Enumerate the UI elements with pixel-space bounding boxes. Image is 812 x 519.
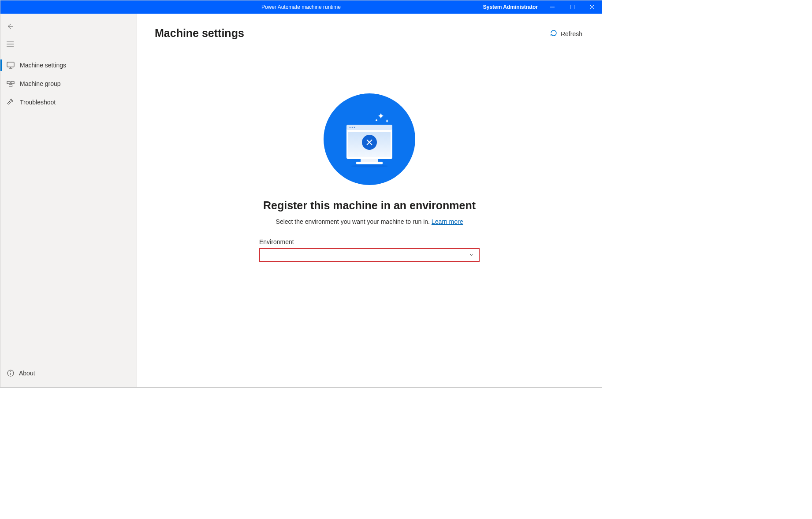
sidebar-item-machine-settings[interactable]: Machine settings: [0, 56, 137, 74]
monitor-icon: [7, 61, 15, 69]
svg-rect-11: [11, 82, 14, 84]
svg-point-19: [350, 127, 351, 128]
hero-illustration: [324, 93, 415, 185]
refresh-label: Refresh: [561, 30, 582, 37]
sidebar-item-label: Machine group: [20, 80, 61, 87]
group-icon: [7, 80, 15, 88]
refresh-button[interactable]: Refresh: [548, 27, 584, 41]
environment-dropdown[interactable]: [259, 248, 480, 262]
maximize-button[interactable]: [562, 0, 582, 14]
svg-point-29: [351, 165, 388, 167]
about-button[interactable]: About: [0, 365, 137, 381]
minimize-button[interactable]: [542, 0, 562, 14]
sidebar-item-machine-group[interactable]: Machine group: [0, 74, 137, 93]
sidebar-item-label: Machine settings: [20, 62, 66, 69]
svg-point-21: [354, 127, 355, 128]
main-content: Machine settings Refresh: [137, 14, 602, 387]
hero-subtext: Select the environment you want your mac…: [276, 218, 463, 225]
about-label: About: [19, 370, 35, 377]
learn-more-link[interactable]: Learn more: [432, 218, 463, 225]
chevron-down-icon: [469, 251, 474, 259]
close-button[interactable]: [582, 0, 602, 14]
window-controls: [542, 0, 602, 14]
page-title: Machine settings: [155, 27, 244, 40]
svg-rect-27: [361, 159, 378, 162]
svg-rect-28: [356, 162, 383, 164]
titlebar-user: System Administrator: [483, 4, 538, 10]
titlebar-title: Power Automate machine runtime: [261, 4, 341, 10]
svg-rect-18: [346, 125, 392, 130]
svg-point-16: [376, 119, 377, 121]
svg-rect-12: [9, 85, 12, 87]
nav: Machine settings Machine group Troublesh…: [0, 56, 137, 111]
titlebar: Power Automate machine runtime System Ad…: [0, 0, 602, 14]
back-button[interactable]: [1, 19, 19, 34]
svg-rect-1: [570, 5, 574, 9]
svg-rect-7: [7, 62, 14, 67]
wrench-icon: [7, 98, 15, 106]
hamburger-button[interactable]: [1, 37, 19, 52]
svg-rect-10: [7, 82, 10, 84]
sidebar-item-troubleshoot[interactable]: Troubleshoot: [0, 93, 137, 111]
hero-heading: Register this machine in an environment: [263, 199, 476, 212]
svg-point-15: [10, 371, 11, 372]
svg-point-20: [352, 127, 353, 128]
info-icon: [7, 369, 15, 377]
environment-label: Environment: [259, 238, 480, 245]
refresh-icon: [550, 30, 557, 38]
sidebar-item-label: Troubleshoot: [20, 99, 56, 106]
sidebar: Machine settings Machine group Troublesh…: [0, 14, 137, 387]
